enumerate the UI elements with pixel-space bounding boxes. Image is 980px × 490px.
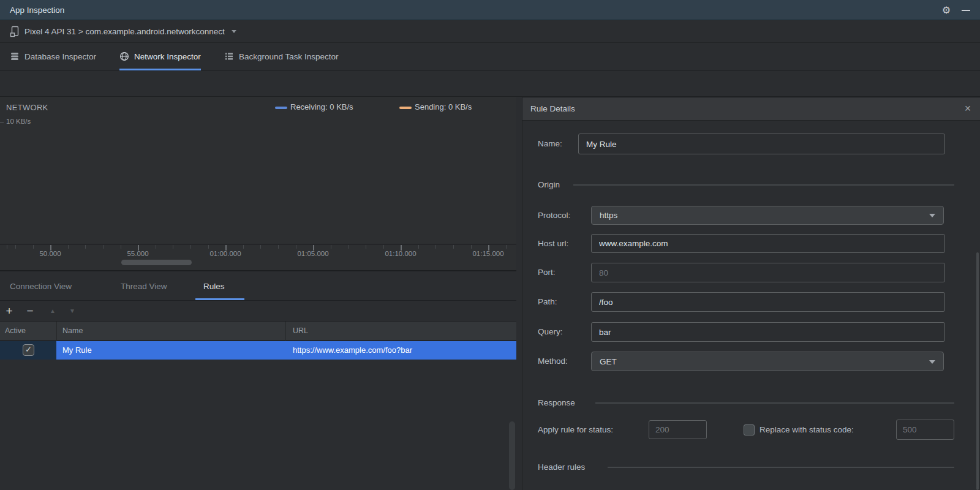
add-rule-button[interactable]: + — [4, 301, 15, 321]
rule-active-cell: ✓ — [0, 341, 56, 360]
tab-network-inspector[interactable]: Network Inspector — [119, 43, 201, 70]
query-label: Query: — [538, 322, 563, 342]
rule-details-header: Rule Details × — [522, 98, 980, 121]
panel-title: Rule Details — [530, 98, 575, 120]
tab-thread-view[interactable]: Thread View — [121, 273, 167, 300]
tab-connection-view[interactable]: Connection View — [10, 273, 72, 300]
port-label: Port: — [538, 263, 556, 282]
tick-label: 01:15.000 — [472, 249, 503, 258]
tick-label: 50.000 — [39, 249, 61, 258]
database-icon — [10, 51, 20, 61]
tab-label: Background Task Inspector — [239, 52, 339, 61]
minimize-icon[interactable] — [961, 0, 971, 20]
window-title: App Inspection — [10, 0, 64, 20]
rules-table-header: Active Name URL — [0, 322, 516, 341]
header-rules-section-line — [608, 467, 954, 468]
apply-status-input[interactable] — [649, 420, 707, 439]
path-label: Path: — [538, 292, 557, 312]
view-tab-bar: Connection View Thread View Rules — [0, 273, 516, 300]
y-axis-label: 10 KB/s — [6, 118, 31, 125]
remove-rule-button[interactable]: − — [24, 301, 36, 321]
rules-toolbar: + − ▲ ▼ — [0, 300, 516, 322]
tab-label: Network Inspector — [134, 52, 201, 61]
inspector-tab-bar: Database Inspector Network Inspector B — [0, 43, 980, 71]
replace-status-input[interactable] — [896, 420, 954, 440]
method-label: Method: — [538, 352, 568, 371]
app-package: com.example.android.networkconnect — [85, 27, 224, 36]
dropdown-arrow-icon — [929, 360, 935, 364]
replace-status-label: Replace with status code: — [760, 420, 854, 440]
tick-label: 01:00.000 — [209, 249, 241, 258]
receiving-legend-swatch — [275, 107, 287, 109]
column-header-active[interactable]: Active — [5, 322, 26, 340]
origin-section-label: Origin — [538, 180, 560, 190]
device-process-selector[interactable]: Pixel 4 API 31 > com.example.android.net… — [6, 20, 240, 43]
rule-name-cell[interactable]: My Rule — [56, 341, 285, 360]
y-axis-tick — [0, 122, 4, 123]
chart-title: NETWORK — [6, 103, 48, 112]
method-value: GET — [600, 352, 617, 371]
port-input[interactable] — [591, 263, 945, 282]
tick-label: 01:05.000 — [297, 249, 328, 258]
origin-section-line — [573, 184, 954, 186]
rule-url-cell[interactable]: https://www.example.com/foo?bar — [285, 341, 516, 360]
receiving-legend-label: Receiving: 0 KB/s — [290, 102, 353, 112]
tab-rules[interactable]: Rules — [203, 273, 225, 300]
chevron-down-icon — [232, 30, 236, 33]
globe-icon — [119, 51, 129, 61]
sending-legend-label: Sending: 0 KB/s — [415, 102, 472, 112]
app-inspection-window: App Inspection ⚙ Pixel 4 API 31 > com.ex… — [0, 0, 980, 490]
protocol-dropdown[interactable]: https — [591, 206, 944, 225]
path-input[interactable] — [591, 292, 945, 312]
tab-label: Database Inspector — [24, 52, 96, 61]
device-separator: > — [76, 27, 85, 36]
rules-list-scrollbar-thumb[interactable] — [509, 421, 515, 490]
protocol-value: https — [600, 206, 617, 225]
rule-details-scrollbar-thumb[interactable] — [976, 252, 979, 490]
tick-label: 55.000 — [127, 249, 148, 258]
column-header-url[interactable]: URL — [293, 322, 308, 340]
dropdown-arrow-icon — [929, 214, 935, 217]
name-label: Name: — [538, 134, 562, 154]
device-name: Pixel 4 API 31 — [24, 27, 76, 36]
task-list-icon — [224, 51, 234, 61]
protocol-label: Protocol: — [538, 206, 570, 225]
phone-icon — [10, 26, 20, 37]
close-icon[interactable]: × — [961, 98, 974, 120]
apply-status-label: Apply rule for status: — [538, 420, 613, 440]
timeline-axis: 50.000 55.000 01:00.000 01:05.000 01:10.… — [0, 245, 516, 271]
column-header-name[interactable]: Name — [62, 322, 83, 340]
host-label: Host url: — [538, 234, 568, 253]
timeline-toolbar — [0, 71, 980, 97]
tab-database-inspector[interactable]: Database Inspector — [10, 43, 96, 70]
gear-icon[interactable]: ⚙ — [940, 0, 952, 20]
tick-label: 01:10.000 — [385, 249, 416, 258]
replace-status-checkbox[interactable] — [744, 424, 755, 435]
name-input[interactable] — [578, 134, 945, 154]
rule-active-checkbox[interactable]: ✓ — [23, 344, 34, 356]
timeline-scrollbar-thumb[interactable] — [121, 260, 192, 265]
device-bar: Pixel 4 API 31 > com.example.android.net… — [0, 20, 980, 43]
network-inspector-panel: NETWORK Receiving: 0 KB/s Sending: 0 KB/… — [0, 97, 516, 490]
response-section-line — [595, 402, 954, 404]
host-input[interactable] — [591, 234, 945, 253]
network-chart: NETWORK Receiving: 0 KB/s Sending: 0 KB/… — [0, 97, 516, 244]
table-row[interactable]: ✓ My Rule https://www.example.com/foo?ba… — [0, 341, 516, 360]
response-section-label: Response — [538, 398, 575, 408]
move-up-button[interactable]: ▲ — [47, 301, 58, 321]
minor-ticks — [0, 245, 516, 249]
move-down-button[interactable]: ▼ — [67, 301, 78, 321]
method-dropdown[interactable]: GET — [591, 352, 944, 371]
tab-background-task-inspector[interactable]: Background Task Inspector — [224, 43, 339, 70]
sending-legend-swatch — [399, 107, 412, 109]
title-bar: App Inspection ⚙ — [0, 0, 980, 20]
query-input[interactable] — [591, 322, 945, 342]
header-rules-section-label: Header rules — [538, 462, 585, 472]
rule-details-panel: Rule Details × Name: Origin Protocol: ht… — [522, 97, 980, 490]
